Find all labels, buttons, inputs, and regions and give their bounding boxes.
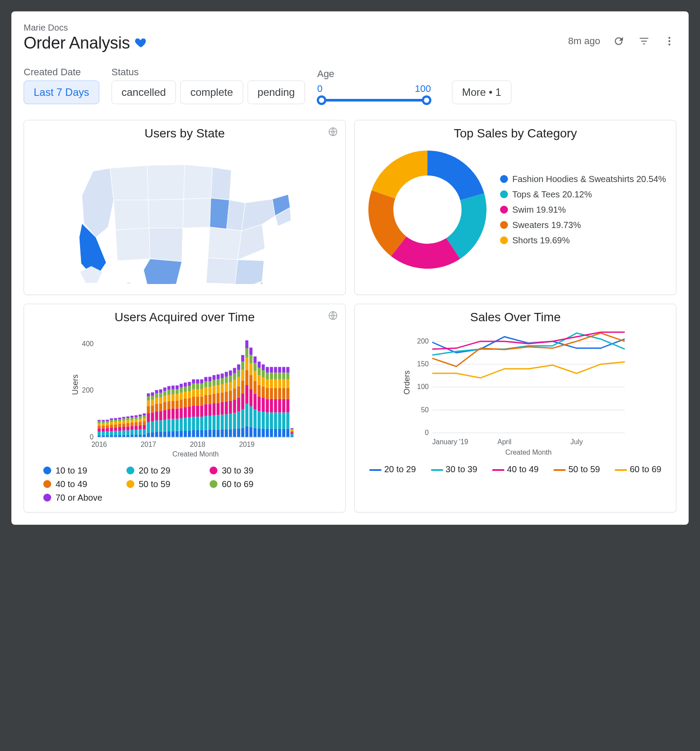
svg-rect-259 — [241, 393, 244, 409]
svg-rect-129 — [163, 391, 166, 396]
svg-rect-159 — [184, 431, 187, 437]
legend-item[interactable]: 70 or Above — [43, 492, 113, 503]
svg-rect-299 — [266, 429, 269, 437]
svg-rect-288 — [258, 385, 261, 397]
chip-more-filters[interactable]: More • 1 — [452, 81, 511, 104]
svg-rect-257 — [241, 428, 244, 437]
svg-rect-20 — [102, 432, 105, 435]
tile-sales-over-time[interactable]: Sales Over Time 050100150200OrdersJanuar… — [354, 304, 676, 512]
legend-color-icon — [500, 190, 508, 198]
svg-text:2017: 2017 — [140, 441, 156, 448]
svg-rect-245 — [233, 400, 236, 413]
chip-cancelled[interactable]: cancelled — [112, 81, 176, 104]
svg-rect-104 — [151, 421, 154, 432]
svg-rect-155 — [180, 400, 183, 408]
svg-rect-25 — [102, 420, 105, 421]
svg-rect-297 — [262, 370, 265, 377]
svg-rect-174 — [192, 417, 195, 430]
tile-users-acquired[interactable]: Users Acquired over Time 0200400Users201… — [24, 304, 346, 512]
svg-rect-204 — [208, 395, 211, 404]
legend-color-icon — [500, 221, 508, 229]
svg-rect-273 — [249, 389, 252, 406]
legend-item[interactable]: 60 to 69 — [615, 464, 661, 474]
svg-rect-139 — [172, 419, 175, 431]
svg-rect-323 — [278, 388, 281, 399]
svg-rect-70 — [130, 426, 133, 430]
svg-rect-69 — [130, 430, 133, 435]
last-updated: 8m ago — [568, 35, 600, 47]
legend-item[interactable]: 50 to 59 — [553, 464, 600, 474]
svg-rect-140 — [172, 409, 175, 419]
legend-item[interactable]: 40 to 49 — [492, 464, 539, 474]
svg-rect-15 — [98, 425, 101, 428]
legend-item[interactable]: 40 to 49 — [43, 479, 113, 490]
svg-rect-27 — [106, 432, 109, 435]
svg-rect-277 — [249, 347, 252, 355]
svg-rect-290 — [258, 368, 261, 375]
slider-thumb-min[interactable] — [317, 95, 326, 105]
svg-rect-183 — [196, 397, 199, 405]
legend-item[interactable]: 30 to 39 — [210, 465, 280, 476]
svg-rect-193 — [200, 379, 203, 384]
legend-item[interactable]: Sweaters 19.73% — [500, 220, 666, 231]
svg-rect-120 — [159, 404, 162, 411]
svg-rect-295 — [262, 386, 265, 398]
svg-rect-283 — [253, 363, 256, 371]
svg-rect-219 — [217, 385, 220, 393]
svg-rect-253 — [237, 386, 240, 398]
favorite-icon[interactable] — [134, 36, 147, 51]
age-range-slider[interactable] — [317, 96, 431, 104]
legend-item[interactable]: 30 to 39 — [431, 464, 477, 474]
legend-item[interactable]: Swim 19.91% — [500, 204, 666, 215]
svg-rect-157 — [180, 387, 183, 393]
tile-users-by-state[interactable]: Users by State — [24, 120, 346, 295]
legend-item[interactable]: Shorts 19.69% — [500, 235, 666, 246]
legend-item[interactable]: Fashion Hoodies & Sweatshirts 20.54% — [500, 174, 666, 185]
filter-icon[interactable] — [637, 34, 651, 48]
refresh-icon[interactable] — [612, 34, 626, 48]
chip-pending[interactable]: pending — [248, 81, 305, 104]
svg-rect-52 — [118, 419, 121, 421]
svg-rect-291 — [258, 361, 261, 368]
breadcrumb[interactable]: Marie Docs — [24, 23, 147, 33]
svg-rect-173 — [192, 430, 195, 437]
chip-complete[interactable]: complete — [180, 81, 243, 104]
svg-rect-334 — [286, 429, 289, 437]
more-vert-icon[interactable] — [662, 34, 676, 48]
svg-text:Orders: Orders — [402, 370, 411, 394]
svg-rect-50 — [118, 424, 121, 427]
svg-rect-322 — [278, 399, 281, 413]
legend-item[interactable]: 50 to 59 — [126, 479, 196, 490]
legend-item[interactable]: 60 to 69 — [210, 479, 280, 490]
svg-rect-36 — [110, 425, 113, 428]
donut-chart[interactable] — [362, 144, 493, 275]
line-chart[interactable]: 050100150200OrdersJanuary '19AprilJulyCr… — [362, 328, 669, 459]
svg-rect-169 — [188, 398, 191, 407]
svg-rect-75 — [135, 435, 138, 437]
svg-rect-109 — [151, 393, 154, 396]
legend-item[interactable]: 20 to 29 — [126, 465, 196, 476]
legend-label: 40 to 49 — [56, 479, 87, 490]
svg-rect-83 — [139, 429, 142, 434]
legend-item[interactable]: 10 to 19 — [43, 465, 113, 476]
svg-rect-272 — [249, 407, 252, 427]
legend-item[interactable]: 20 to 29 — [369, 464, 416, 474]
chip-last-7-days[interactable]: Last 7 Days — [24, 81, 99, 104]
us-map[interactable] — [31, 144, 338, 284]
tile-title: Top Sales by Category — [362, 126, 669, 140]
slider-thumb-max[interactable] — [422, 95, 431, 105]
svg-rect-196 — [204, 404, 207, 416]
stacked-bar-chart[interactable]: 0200400Users2016201720182019Created Mont… — [31, 328, 338, 459]
legend-item[interactable]: Tops & Tees 20.12% — [500, 189, 666, 200]
tile-title: Sales Over Time — [362, 310, 669, 324]
svg-rect-317 — [274, 379, 277, 388]
svg-rect-222 — [220, 429, 224, 437]
svg-rect-98 — [147, 413, 150, 422]
legend-color-icon — [210, 480, 217, 488]
svg-rect-206 — [208, 381, 211, 387]
svg-rect-287 — [258, 397, 261, 411]
tile-top-sales[interactable]: Top Sales by Category Fashion Hoodies & … — [354, 120, 676, 295]
legend-color-icon — [43, 467, 51, 474]
svg-rect-303 — [266, 379, 269, 388]
svg-rect-123 — [159, 390, 162, 393]
